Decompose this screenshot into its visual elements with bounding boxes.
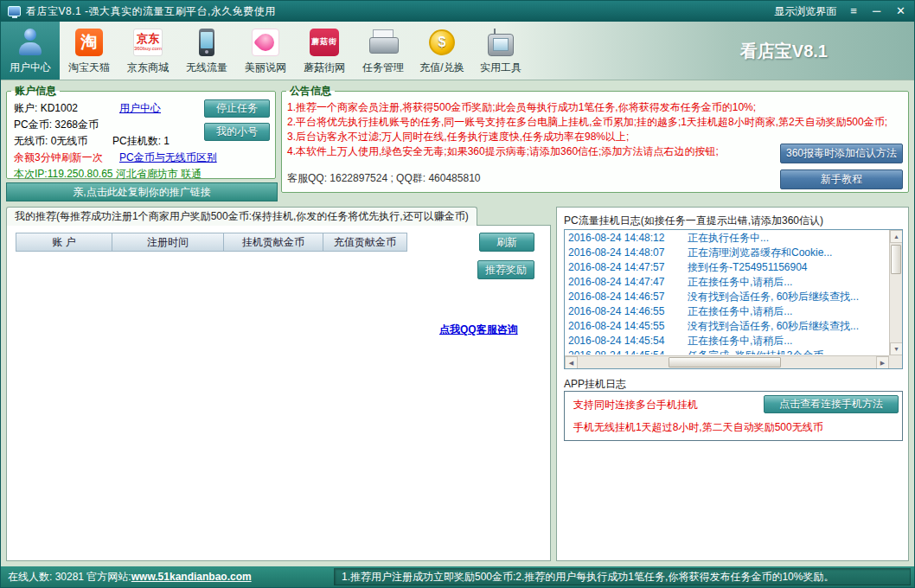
scrollbar-corner [889,355,902,368]
toolbar-item-jd[interactable]: 京东 360buy.com 京东商城 [118,22,177,80]
log-time: 2016-08-24 14:46:57 [568,290,688,304]
toolbar-item-tools[interactable]: 实用工具 [471,22,530,80]
user-icon [16,28,45,57]
announcement-line: 4.本软件上万人使用,绿色安全无毒;如果360提示病毒;请添加360信任;添加方… [287,144,719,159]
my-alt-account-button[interactable]: 我的小号 [204,123,270,141]
log-message: 正在清理浏览器缓存和Cookie... [688,246,832,259]
brand-text: 看店宝V8.1 [740,39,828,62]
log-message: 正在接任务中,请稍后... [688,335,792,347]
log-message: 正在接任务中,请稍后... [688,276,792,288]
account-id-label: 账户: KD1002 [14,101,78,116]
toolbar-item-label: 淘宝天猫 [68,61,110,75]
log-row: 2016-08-24 14:46:57没有找到合适任务, 60秒后继续查找... [568,290,888,304]
icon-wrap: 京东 360buy.com [131,27,165,58]
announcement-title: 公告信息 [286,84,335,99]
log-time: 2016-08-24 14:45:54 [568,334,688,348]
app-window: 看店宝V8.1 -强大真实的流量互刷平台,永久免费使用 显示浏览界面 ≡ ─ ✕… [0,0,915,588]
toolbar-item-user-center[interactable]: 用户中心 [1,22,60,80]
icon-wrap: 蘑菇街 [307,27,342,58]
app-log-box: 支持同时连接多台手机挂机 点击查看连接手机方法 手机无线挂机1天超过8小时,第二… [564,391,903,441]
toolbar: 用户中心 淘 淘宝天猫 京东 360buy.com 京东商城 无线流量 美丽说网… [1,22,914,80]
referral-panel: 账 户 注册时间 挂机贡献金币 充值贡献金币 刷新 推荐奖励 点我QQ客服咨询 [6,225,551,561]
log-row: 2016-08-24 14:47:57接到任务-T254951156904 [568,260,888,275]
copy-promo-link-button[interactable]: 亲,点击此处复制你的推广链接 [6,182,278,201]
icon-wrap [483,27,518,58]
connect-phone-help-button[interactable]: 点击查看连接手机方法 [764,395,899,413]
account-info-title: 账户信息 [11,84,60,99]
add-360-trust-button[interactable]: 360报毒时添加信认方法 [780,144,903,163]
window-title: 看店宝V8.1 -强大真实的流量互刷平台,永久免费使用 [26,4,276,19]
toolbar-item-taobao[interactable]: 淘 淘宝天猫 [60,22,118,80]
tab-my-referral[interactable]: 我的推荐(每推荐成功注册1个商家用户奖励500金币:保持挂机,你发的任务将优先执… [6,207,477,226]
close-icon[interactable]: ✕ [894,1,907,22]
announcement-body: 1.推荐一个商家会员注册,将获得500金币奖励;此会员每执行成功1笔任务,你将获… [282,99,908,192]
log-time: 2016-08-24 14:47:47 [568,275,688,290]
icon-wrap: $ [425,27,459,58]
column-header-account[interactable]: 账 户 [16,233,112,252]
toolbar-item-wireless[interactable]: 无线流量 [177,22,236,80]
toolbar-item-meilishuo[interactable]: 美丽说网 [236,22,295,80]
referral-reward-button[interactable]: 推荐奖励 [477,260,534,279]
toolbar-item-label: 用户中心 [10,61,51,75]
tools-icon [488,34,514,56]
beginner-tutorial-button[interactable]: 新手教程 [780,169,903,189]
show-browser-button[interactable]: 显示浏览界面 [774,4,836,19]
qq-service-consult-link[interactable]: 点我QQ客服咨询 [439,323,518,337]
app-icon [8,6,21,16]
column-header-idle-coins[interactable]: 挂机贡献金币 [223,233,323,252]
toolbar-item-task-manage[interactable]: 任务管理 [354,22,413,80]
toolbar-item-label: 京东商城 [127,61,169,75]
official-website-link[interactable]: www.51kandianbao.com [131,571,252,583]
stop-task-button[interactable]: 停止任务 [204,99,270,118]
coin-difference-link[interactable]: PC金币与无线币区别 [119,150,217,165]
log-message: 接到任务-T254951156904 [688,261,808,273]
log-message: 任务完成, 奖励你挂机3个金币 [688,349,823,355]
icon-wrap [189,27,224,58]
scroll-down-icon[interactable]: ▼ [890,342,903,355]
app-log-title: APP挂机日志 [564,377,626,392]
scroll-left-icon[interactable]: ◀ [565,356,578,369]
scroll-right-icon[interactable]: ▶ [876,356,889,369]
printer-icon [369,29,397,55]
icon-wrap: 淘 [72,27,106,58]
icon-wrap [13,27,48,58]
vertical-scroll-thumb[interactable] [891,245,901,274]
mogujie-icon: 蘑菇街 [310,29,339,56]
menu-icon[interactable]: ≡ [848,1,859,22]
log-row: 2016-08-24 14:48:07正在清理浏览器缓存和Cookie... [568,246,888,260]
current-ip-label: 本次IP:119.250.80.65 河北省廊坊市 联通 [14,167,202,182]
user-center-link[interactable]: 用户中心 [119,101,161,116]
main-content: 账户信息 账户: KD1002 用户中心 停止任务 PC金币: 3268金币 无… [1,80,914,566]
icon-wrap [248,27,283,58]
referral-section: 我的推荐(每推荐成功注册1个商家用户奖励500金币:保持挂机,你发的任务将优先执… [6,207,551,561]
log-time: 2016-08-24 14:45:54 [568,348,688,355]
coin-glyph: $ [438,35,446,50]
column-header-recharge-coins[interactable]: 充值贡献金币 [323,233,407,252]
horizontal-scrollbar[interactable]: ◀ ▶ [565,355,889,368]
logs-section: PC流量挂机日志(如接任务一直提示出错,请添加360信认) 2016-08-24… [556,207,909,561]
vertical-scrollbar[interactable]: ▲ ▼ [889,230,902,355]
minimize-icon[interactable]: ─ [871,1,882,22]
toolbar-item-recharge[interactable]: $ 充值/兑换 [413,22,471,80]
log-time: 2016-08-24 14:48:12 [568,231,688,246]
horizontal-scroll-thumb[interactable] [669,357,781,368]
announcement-line: 1.推荐一个商家会员注册,将获得500金币奖励;此会员每执行成功1笔任务,你将获… [287,100,756,115]
announcement-line: 2.平台将优先执行挂机账号的任务,同一账号支持在多台电脑上挂机,金币累加;挂的越… [287,115,887,130]
announcement-line: 3.后台访客永不过滤;万人同时在线,任务执行速度快,任务成功率在98%以上; [287,130,629,144]
jd-glyph: 京东 [137,33,159,45]
toolbar-item-mogujie[interactable]: 蘑菇街 蘑菇街网 [295,22,354,80]
log-row: 2016-08-24 14:47:47正在接任务中,请稍后... [568,275,888,290]
referral-table-header: 账 户 注册时间 挂机贡献金币 充值贡献金币 [16,233,407,252]
scroll-up-icon[interactable]: ▲ [890,230,903,243]
toolbar-item-label: 任务管理 [362,61,404,75]
pc-count-label: PC挂机数: 1 [112,134,170,149]
meilishuo-icon [252,29,279,56]
balance-refresh-note: 余额3分钟刷新一次 [14,150,103,165]
log-time: 2016-08-24 14:48:07 [568,246,688,260]
toolbar-item-label: 蘑菇街网 [304,61,345,75]
column-header-register-time[interactable]: 注册时间 [112,233,224,252]
phone-icon [199,29,214,56]
titlebar: 看店宝V8.1 -强大真实的流量互刷平台,永久免费使用 显示浏览界面 ≡ ─ ✕ [1,1,914,22]
refresh-button[interactable]: 刷新 [479,233,534,252]
jd-icon: 京东 360buy.com [133,29,163,56]
